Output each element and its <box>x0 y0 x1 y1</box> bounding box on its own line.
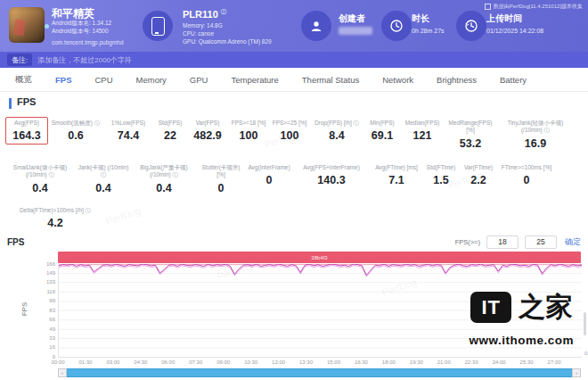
x-tick-label: 12:00 <box>272 359 285 365</box>
stat-cell: Avg(FPS+InterFrame)140.3 <box>292 161 371 189</box>
stat-cell: MedRange(FPS)[%]53.2 <box>444 117 497 153</box>
checkbox-icon[interactable] <box>485 4 491 10</box>
section-title-bar <box>9 98 12 109</box>
fps-threshold-max-input[interactable] <box>525 235 557 249</box>
stat-value: 53.2 <box>460 137 481 150</box>
header: 和平精英 Android版本名: 1.34.12 Android版本号: 145… <box>0 0 588 52</box>
scroll-thumb[interactable] <box>67 368 572 377</box>
note-bar: 备注: 添加备注，不超过2000个字符 <box>0 52 588 68</box>
x-axis-ticks: 00:0001:3003:0004:3006:0007:3009:0010:30… <box>58 359 581 367</box>
stat-value: 1.5 <box>433 174 448 186</box>
info-icon[interactable]: ⓘ <box>221 9 226 14</box>
stat-label: FPS>=18 [%] <box>232 120 266 127</box>
tab-概览[interactable]: 概览 <box>4 74 44 86</box>
y-tick-label: 66 <box>32 317 55 322</box>
x-tick-label: 07:30 <box>189 359 202 365</box>
stat-cell: Min(FPS)69.1 <box>363 117 401 145</box>
stats-row-2: SmallJank(微小卡顿) (/10min) ⓘ0.4Jank(卡顿) (/… <box>5 161 556 197</box>
duration-icon-circle <box>381 11 412 41</box>
stat-cell: FPS>=25 [%]100 <box>269 117 310 145</box>
stat-label: FPS>=25 [%] <box>273 120 307 127</box>
stat-cell: Median(FPS)121 <box>401 117 444 145</box>
stat-cell: 1%Low(FPS)74.4 <box>103 117 153 145</box>
scroll-handle-left[interactable]: ‹ <box>58 368 67 377</box>
stats-row-1: Avg(FPS)164.3Smooth(流畅度) ⓘ0.61%Low(FPS)7… <box>5 117 574 153</box>
tab-battery[interactable]: Battery <box>488 75 538 85</box>
perfdog-watermark: PerfDog <box>104 205 142 227</box>
x-tick-label: 16:30 <box>355 359 368 365</box>
app-version-name: Android版本名: 1.34.12 <box>52 20 111 28</box>
tab-fps[interactable]: FPS <box>44 75 83 85</box>
tab-network[interactable]: Network <box>371 75 425 85</box>
stat-value: 100 <box>281 129 299 142</box>
stat-value: 69.1 <box>372 129 393 142</box>
stat-value: 8.4 <box>329 129 344 142</box>
x-tick-label: 21:00 <box>437 359 451 365</box>
stat-value: 22 <box>164 129 176 142</box>
tab-temperature[interactable]: Temperature <box>219 75 290 85</box>
stat-value: 140.3 <box>317 174 345 186</box>
duration-value: 0h 28m 27s <box>412 28 445 34</box>
device-cpu: CPU: canoe <box>183 30 214 37</box>
y-tick-label: 166 <box>32 261 55 267</box>
scroll-handle-right[interactable]: › <box>572 368 581 377</box>
perfdog-version-note: 数据由PerfDog[11.4.251012]版本收集 <box>485 3 583 11</box>
x-tick-label: 27:00 <box>548 359 561 365</box>
section-title: FPS <box>17 96 36 107</box>
device-icon-circle <box>143 11 173 41</box>
stat-value: 164.3 <box>12 129 40 142</box>
y-tick-label: 16 <box>32 344 55 350</box>
x-tick-label: 10:30 <box>244 359 257 365</box>
user-icon <box>309 19 323 33</box>
app-icon <box>9 7 45 43</box>
stat-label: Var(FTime) <box>464 164 493 171</box>
x-tick-label: 25:30 <box>520 359 534 365</box>
tab-brightness[interactable]: Brightness <box>425 75 488 85</box>
fps-threshold-label: FPS(>=) <box>455 238 480 246</box>
duration-label: 时长 <box>412 12 429 25</box>
stat-label: Smooth(流畅度) ⓘ <box>52 120 101 127</box>
stat-label: FTime>=100ms [%] <box>502 164 551 171</box>
x-tick-label: 18:00 <box>382 359 396 365</box>
ithome-url: www.ithome.com <box>469 334 574 347</box>
ithome-logo: IT 之家 www.ithome.com <box>469 289 574 347</box>
stats-row-3: Delta(FTime)>100ms [/h] ⓘ4.2 <box>5 204 105 232</box>
stat-label: 1%Low(FPS) <box>111 120 145 127</box>
stat-cell: Std(FPS)22 <box>153 117 187 145</box>
creator-icon-circle <box>301 11 331 41</box>
clock-icon <box>389 19 404 33</box>
chart-title: FPS <box>7 237 24 247</box>
time-range-scrollbar[interactable]: ‹ › <box>58 368 581 377</box>
scene-band[interactable]: 38b4f3 <box>58 252 581 263</box>
stat-label: Min(FPS) <box>370 120 394 127</box>
tab-gpu[interactable]: GPU <box>178 75 220 85</box>
stat-label: Std(FPS) <box>159 120 183 127</box>
stat-cell: FPS>=18 [%]100 <box>228 117 269 145</box>
stat-value: 7.1 <box>388 174 404 186</box>
stat-value: 100 <box>240 129 258 142</box>
x-tick-label: 15:00 <box>327 359 340 365</box>
phone-icon <box>151 17 165 36</box>
x-tick-label: 24:00 <box>493 359 506 365</box>
stat-cell: BigJank(严重卡顿) (/10min) ⓘ0.4 <box>132 161 196 197</box>
stat-cell: TinyJank(轻微小卡顿) (/10min) ⓘ16.9 <box>497 117 574 153</box>
threshold-confirm-link[interactable]: 确定 <box>565 236 581 248</box>
tab-thermal-status[interactable]: Thermal Status <box>290 75 371 85</box>
stat-label: Std(FTime) <box>427 164 455 171</box>
stat-value: 2.2 <box>470 174 486 186</box>
x-tick-label: 00:00 <box>51 359 64 365</box>
note-badge: 备注: <box>7 54 32 66</box>
tab-memory[interactable]: Memory <box>125 75 178 85</box>
chart-header: FPS FPS(>=) 确定 <box>0 234 588 250</box>
stat-label: Avg(FPS+InterFrame) <box>303 164 360 171</box>
y-axis-name: FPS <box>20 302 29 317</box>
note-text[interactable]: 添加备注，不超过2000个字符 <box>37 55 132 65</box>
x-tick-label: 06:00 <box>161 359 175 365</box>
app-package: com.tencent.tmgp.pubgmhd <box>52 39 124 45</box>
stat-value: 16.9 <box>525 137 546 150</box>
creator-label: 创建者 <box>339 12 365 25</box>
fps-threshold-min-input[interactable] <box>486 235 519 249</box>
stat-cell: Jank(卡顿) (/10min) ⓘ0.4 <box>75 161 132 197</box>
vertical-scroll-thumb[interactable] <box>584 312 586 335</box>
tab-cpu[interactable]: CPU <box>83 75 124 85</box>
